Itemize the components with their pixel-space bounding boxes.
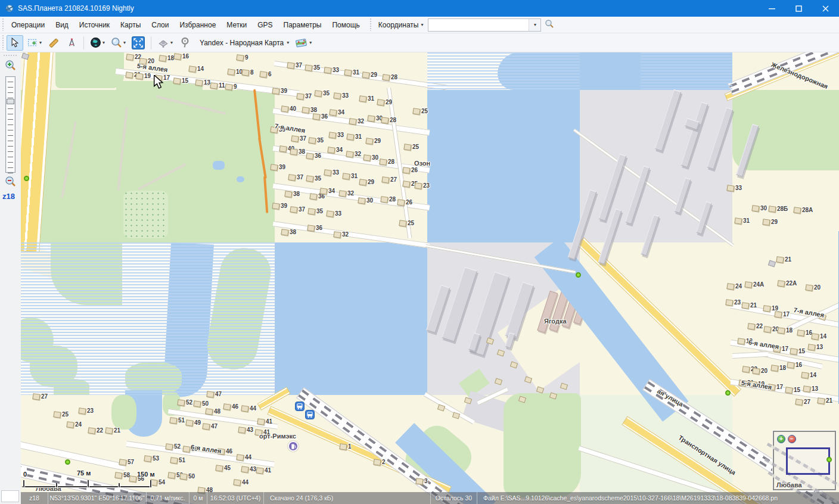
minimap-zoom-out-button[interactable]: −	[788, 435, 796, 443]
house-number: 30	[372, 154, 378, 161]
map-house: 28А	[794, 207, 813, 213]
house-block	[414, 182, 422, 189]
menu-item-карты[interactable]: Карты	[115, 18, 146, 32]
selection-tool-button[interactable]: ▾	[24, 35, 44, 51]
map-house: 49	[186, 419, 201, 426]
search-icon[interactable]	[545, 19, 554, 30]
house-number: 31	[351, 173, 358, 179]
map-house: 18	[778, 327, 793, 334]
house-block	[119, 459, 126, 466]
map-house: 23	[79, 407, 94, 414]
minimap-viewport-rect[interactable]	[786, 447, 830, 475]
house-block	[188, 66, 196, 73]
house-number: 33	[337, 132, 344, 138]
house-block	[363, 154, 371, 161]
toolbar-grip[interactable]	[4, 54, 17, 57]
menu-item-слои[interactable]: Слои	[146, 18, 174, 32]
house-number: 50	[188, 473, 195, 480]
house-number: 15	[794, 387, 800, 393]
house-block	[362, 71, 369, 79]
house-block	[359, 95, 366, 102]
house-number: 24А	[753, 281, 764, 288]
menu-item-параметры[interactable]: Параметры	[278, 18, 327, 32]
toolbar-grip[interactable]	[1, 18, 5, 31]
menu-item-вид[interactable]: Вид	[50, 18, 74, 32]
map-viewport[interactable]: 2220181691421191715131191086373533312928…	[21, 52, 839, 504]
fill-map-tool-button[interactable]: ▾	[88, 35, 107, 51]
bus-icon	[295, 402, 304, 411]
zoom-in-icon[interactable]	[5, 60, 17, 71]
house-block	[412, 108, 420, 115]
minimize-button[interactable]	[759, 0, 785, 17]
zoom-out-icon[interactable]	[5, 176, 17, 188]
map-house: 6	[260, 71, 272, 77]
map-house: 27	[796, 399, 810, 405]
house-number: 30	[760, 205, 767, 211]
house-number: 9	[234, 83, 237, 90]
mouse-cursor	[153, 75, 164, 92]
toolbar-grip[interactable]	[369, 18, 372, 31]
map-house: 23	[415, 182, 430, 189]
house-block	[233, 479, 241, 486]
slider-tick	[8, 162, 13, 163]
menu-item-операции[interactable]: Операции	[6, 18, 50, 32]
map-house: 28	[383, 74, 397, 80]
house-number: 23	[87, 407, 94, 414]
house-number: 13	[812, 385, 818, 392]
cursor-tool-button[interactable]	[7, 35, 23, 51]
menu-item-метки[interactable]: Метки	[221, 18, 252, 32]
house-block	[415, 478, 423, 485]
house-number: 35	[323, 90, 330, 97]
maximize-button[interactable]	[785, 0, 812, 17]
map-house: 29	[366, 138, 381, 144]
placemark-tool-button[interactable]	[176, 35, 193, 51]
map-house: 43	[241, 466, 256, 472]
house-number: 21	[785, 256, 791, 263]
menu-item-источник[interactable]: Источник	[74, 18, 115, 32]
minimap[interactable]: + − Любава	[773, 431, 836, 490]
zoom-slider[interactable]	[5, 76, 15, 173]
place-label: Озон	[414, 160, 430, 167]
map-house: 15	[173, 77, 188, 84]
house-block	[281, 105, 288, 113]
house-block	[776, 256, 784, 263]
minimap-zoom-in-button[interactable]: +	[777, 435, 785, 443]
house-block	[785, 387, 793, 394]
map-house: 41	[257, 418, 272, 425]
close-button[interactable]	[812, 0, 839, 17]
coordinates-menu-button[interactable]: Координаты ▾	[374, 18, 428, 32]
map-house: 33	[334, 92, 349, 99]
scale-tick	[56, 483, 57, 487]
map-house: 52	[178, 399, 192, 406]
map-house: 25	[399, 220, 414, 226]
map-source-selector-button[interactable]: Yandex - Народная Карта▾	[194, 35, 291, 51]
map-house: 9	[225, 83, 237, 90]
menu-item-помощь[interactable]: Помощь	[327, 18, 365, 32]
status-segment: Осталось 30	[430, 492, 477, 504]
grid-tool-button[interactable]: ▾	[155, 35, 175, 51]
combo-dropdown-button[interactable]: ▾	[529, 19, 540, 31]
menu-item-избранное[interactable]: Избранное	[174, 18, 221, 32]
zoom-slider-handle[interactable]	[7, 99, 14, 104]
chevron-down-icon: ▾	[421, 23, 423, 27]
track-point-marker	[65, 459, 70, 465]
menu-item-gps[interactable]: GPS	[252, 18, 278, 32]
layers-selector-button[interactable]: ▾	[293, 35, 314, 51]
toolbar-grip[interactable]	[1, 35, 5, 50]
calc-tool-button[interactable]	[63, 35, 80, 51]
house-block	[403, 144, 411, 151]
zoom-tool-button[interactable]: ▾	[108, 35, 128, 51]
map-house: 35	[308, 208, 323, 214]
distance-measure-tool-button[interactable]	[45, 35, 62, 51]
house-number: 39	[279, 164, 285, 170]
house-number: 33	[335, 210, 341, 217]
chevron-down-icon: ▾	[102, 41, 105, 45]
slider-tick	[8, 87, 13, 88]
house-block	[256, 467, 263, 474]
map-house: 16	[787, 362, 802, 368]
house-number: 52	[186, 399, 192, 406]
fullscreen-tool-button[interactable]	[129, 35, 147, 51]
map-house: 35	[309, 137, 324, 144]
search-input[interactable]	[428, 19, 529, 31]
house-number: 38	[293, 191, 300, 197]
